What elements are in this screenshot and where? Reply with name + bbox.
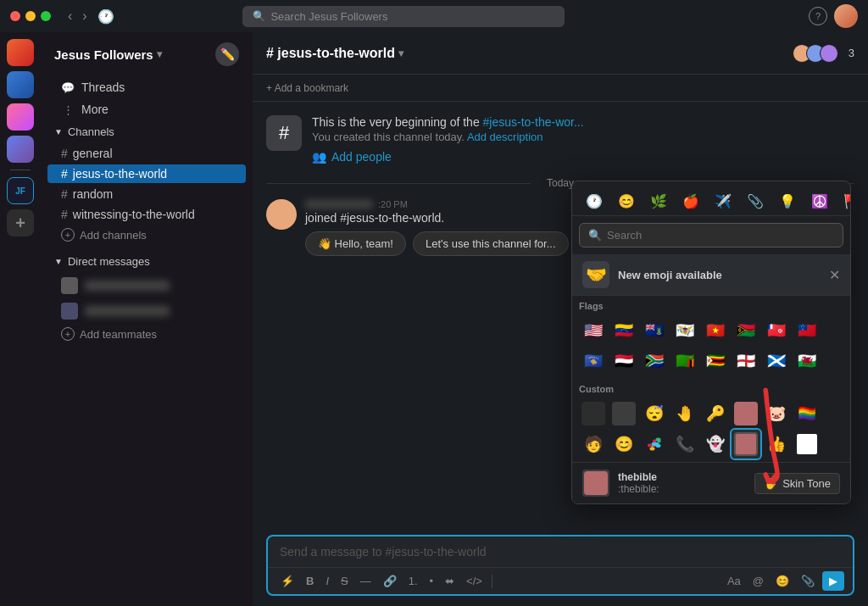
emoji-tab-nature[interactable]: 🌿	[643, 190, 674, 214]
custom-4[interactable]: 🤚	[670, 399, 699, 428]
custom-1[interactable]	[579, 399, 608, 428]
help-btn[interactable]: ?	[809, 7, 827, 25]
emoji-tab-travel[interactable]: ✈️	[708, 190, 738, 214]
channel-item-random[interactable]: # random	[47, 185, 246, 203]
toolbar-font-btn[interactable]: Aa	[723, 572, 745, 590]
emoji-tab-peace[interactable]: ☮️	[804, 190, 835, 214]
new-message-btn[interactable]: ✏️	[215, 42, 239, 66]
workspace-divider	[10, 170, 31, 170]
custom-bible[interactable]	[732, 430, 760, 459]
toolbar-list-unordered-btn[interactable]: •	[426, 572, 438, 590]
sidebar-item-threads[interactable]: 💬 Threads	[47, 77, 246, 97]
toolbar-code-btn[interactable]: </>	[462, 572, 487, 590]
emoji-tab-flags[interactable]: 🚩	[837, 190, 851, 214]
flag-14[interactable]: 🏴󠁧󠁢󠁥󠁮󠁧󠁿	[732, 347, 760, 375]
dm-item-2[interactable]	[47, 299, 246, 323]
toolbar-link2-btn[interactable]: 🔗	[379, 572, 401, 590]
toolbar-bold-btn[interactable]: B	[302, 572, 318, 590]
flag-5[interactable]: 🇻🇳	[701, 316, 730, 345]
emoji-tab-symbols[interactable]: 💡	[772, 190, 803, 214]
member-avatars[interactable]	[793, 44, 838, 63]
emoji-search-area: 🔍	[572, 216, 850, 254]
custom-3[interactable]: 😴	[640, 399, 669, 428]
add-workspace-btn[interactable]: +	[7, 209, 34, 236]
custom-9[interactable]: 🧑	[579, 430, 608, 459]
toolbar-emoji-btn[interactable]: 😊	[771, 572, 793, 590]
flag-1[interactable]: 🇺🇸	[579, 316, 608, 345]
new-emoji-close-btn[interactable]: ✕	[829, 267, 840, 283]
skin-tone-btn[interactable]: ✋ Skin Tone	[754, 473, 840, 494]
channels-section-header[interactable]: ▼ Channels	[47, 122, 246, 142]
profile-avatar[interactable]	[834, 4, 858, 28]
workspace-icon-2[interactable]	[7, 71, 34, 98]
channel-item-witnessing[interactable]: # witnessing-to-the-world	[47, 205, 246, 224]
dm-item-1[interactable]	[47, 274, 246, 297]
custom-10[interactable]: 😊	[609, 430, 638, 459]
add-description-link[interactable]: Add description	[467, 131, 543, 143]
emoji-search-input[interactable]	[607, 229, 834, 242]
channel-link[interactable]: #jesus-to-the-wor...	[483, 115, 584, 129]
workspace-icon-4[interactable]	[7, 136, 34, 163]
flag-8[interactable]: 🇼🇸	[793, 316, 821, 345]
flag-6[interactable]: 🇻🇺	[732, 316, 760, 345]
toolbar-attach-btn[interactable]: 📎	[797, 572, 819, 590]
toolbar-strikethrough-btn[interactable]: S	[337, 572, 353, 590]
flag-10[interactable]: 🇾🇪	[609, 347, 638, 375]
custom-white-square[interactable]	[793, 430, 821, 459]
maximize-window-btn[interactable]	[41, 11, 51, 21]
flag-15[interactable]: 🏴󠁧󠁢󠁳󠁣󠁴󠁿	[762, 347, 791, 375]
dm-section-header[interactable]: ▼ Direct messages	[47, 252, 246, 271]
toolbar-italic-btn[interactable]: I	[321, 572, 333, 590]
flag-3[interactable]: 🇻🇬	[640, 316, 669, 345]
flag-9[interactable]: 🇽🇰	[579, 347, 608, 375]
toolbar-thunder-btn[interactable]: ⚡	[276, 572, 298, 590]
custom-ghost[interactable]: 👻	[701, 430, 730, 459]
toolbar-list-ordered-btn[interactable]: 1.	[404, 572, 422, 590]
flag-7[interactable]: 🇼🇫	[762, 316, 791, 345]
custom-8[interactable]: 🏳️‍🌈	[793, 399, 821, 428]
toolbar-mention-btn[interactable]: @	[748, 572, 768, 590]
emoji-tab-objects[interactable]: 📎	[740, 190, 771, 214]
workspace-icon-3[interactable]	[7, 103, 34, 131]
workspace-icon-1[interactable]	[7, 39, 34, 66]
custom-7[interactable]: 🐷	[762, 399, 791, 428]
channel-item-jesus-to-the-world[interactable]: # jesus-to-the-world	[47, 164, 246, 183]
emoji-search-inner[interactable]: 🔍	[579, 223, 843, 247]
minimize-window-btn[interactable]	[25, 11, 36, 21]
message-input-placeholder[interactable]: Send a message to #jesus-to-the-world	[268, 537, 853, 567]
custom-2[interactable]	[609, 399, 638, 428]
channel-name[interactable]: # jesus-to-the-world ▾	[266, 46, 403, 61]
back-btn[interactable]: ‹	[64, 7, 75, 26]
custom-5[interactable]: 🔑	[701, 399, 730, 428]
toolbar-indent-btn[interactable]: ⬌	[441, 572, 459, 590]
flag-11[interactable]: 🇿🇦	[640, 347, 669, 375]
emoji-tab-food[interactable]: 🍎	[676, 190, 706, 214]
emoji-tab-recent[interactable]: 🕐	[579, 190, 609, 214]
flag-13[interactable]: 🇿🇼	[701, 347, 730, 375]
send-message-btn[interactable]: ▶	[822, 571, 844, 591]
suggestion-btn-channel[interactable]: Let's use this channel for...	[413, 231, 569, 256]
workspace-icon-jf[interactable]: JF	[7, 177, 34, 204]
custom-slack[interactable]	[640, 430, 669, 459]
custom-6[interactable]	[732, 399, 760, 428]
custom-thumbsup[interactable]: 👍	[762, 430, 791, 459]
global-search[interactable]: 🔍 Search Jesus Followers	[242, 6, 565, 27]
suggestion-btn-hello[interactable]: 👋 Hello, team!	[305, 231, 406, 256]
flag-16[interactable]: 🏴󠁧󠁢󠁷󠁬󠁳󠁿	[793, 347, 821, 375]
emoji-tab-smileys[interactable]: 😊	[611, 190, 642, 214]
add-people-btn[interactable]: 👥 Add people	[312, 150, 854, 164]
flag-12[interactable]: 🇿🇲	[670, 347, 699, 375]
channel-item-general[interactable]: # general	[47, 144, 246, 163]
toolbar-link-btn[interactable]: —	[356, 572, 376, 590]
flag-2[interactable]: 🇻🇪	[609, 316, 638, 345]
add-channels-btn[interactable]: + Add channels	[47, 225, 246, 244]
sidebar-item-more[interactable]: ⋮ More	[47, 99, 246, 120]
add-bookmark-btn[interactable]: + Add a bookmark	[266, 82, 348, 94]
add-teammates-btn[interactable]: + Add teammates	[47, 325, 246, 343]
custom-phone[interactable]: 📞	[670, 430, 699, 459]
history-btn[interactable]: 🕐	[94, 7, 118, 26]
forward-btn[interactable]: ›	[79, 7, 90, 26]
workspace-name[interactable]: Jesus Followers ▾	[54, 47, 162, 62]
close-window-btn[interactable]	[10, 11, 20, 21]
flag-4[interactable]: 🇻🇮	[670, 316, 699, 345]
